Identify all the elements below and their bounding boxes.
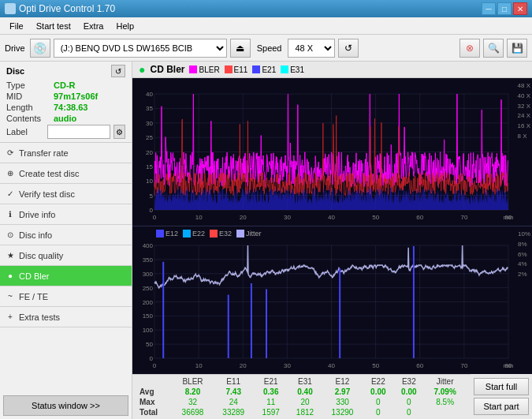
sidebar-item-extra-tests[interactable]: + Extra tests — [0, 307, 132, 327]
sidebar-item-fe-te[interactable]: ~ FE / TE — [0, 286, 132, 307]
stats-max-e21: 11 — [254, 397, 288, 407]
save-button[interactable]: 💾 — [507, 39, 527, 58]
start-part-button[interactable]: Start part — [474, 398, 529, 415]
legend2-label-e32: E32 — [219, 230, 232, 238]
speed-select[interactable]: 48 X — [288, 39, 335, 58]
legend2-e32: E32 — [210, 230, 232, 238]
disc-length-value: 74:38.63 — [54, 103, 87, 112]
stats-table: BLER E11 E21 E31 E12 E22 E32 Jitter — [137, 376, 466, 417]
stats-avg-bler: 8.20 — [173, 387, 214, 397]
stats-max-e31: 20 — [288, 397, 322, 407]
main-layout: Disc ↺ Type CD-R MID 97m17s06f Length 74… — [0, 62, 532, 419]
disc-refresh-button[interactable]: ↺ — [111, 65, 125, 77]
create-test-disc-icon: ⊕ — [5, 168, 16, 179]
sidebar-item-transfer-rate[interactable]: ⟳ Transfer rate — [0, 143, 132, 163]
y-axis-right-bottom: 10%8%6%4%2% — [518, 230, 530, 280]
disc-type-row: Type CD-R — [6, 80, 125, 90]
menu-start-test[interactable]: Start test — [30, 20, 77, 32]
disc-label-input[interactable] — [47, 125, 110, 139]
legend-label-e21: E21 — [262, 65, 276, 74]
sidebar-label-disc-quality: Disc quality — [19, 251, 63, 260]
stats-col-e32: E32 — [393, 376, 424, 387]
legend2-label-jitter: Jitter — [246, 230, 262, 238]
sidebar-item-disc-quality[interactable]: ★ Disc quality — [0, 245, 132, 266]
verify-test-disc-icon: ✓ — [5, 189, 16, 200]
menu-extra[interactable]: Extra — [77, 20, 110, 32]
menu-file[interactable]: File — [3, 20, 30, 32]
buttons-wrapper: Start full Start part — [471, 374, 532, 419]
app-title: Opti Drive Control 1.70 — [19, 3, 115, 14]
bler-chart: 48 X40 X32 X24 X16 X8 X — [132, 78, 532, 226]
legend-color-e21 — [252, 65, 260, 73]
menu-help[interactable]: Help — [110, 20, 140, 32]
sidebar-item-create-test-disc[interactable]: ⊕ Create test disc — [0, 163, 132, 184]
eject-button[interactable]: ⏏ — [230, 39, 251, 58]
status-window-button[interactable]: Status window >> — [3, 395, 128, 416]
cd-bler-icon: ● — [5, 271, 16, 282]
stats-area: BLER E11 E21 E31 E12 E22 E32 Jitter — [132, 374, 471, 419]
legend2-label-e22: E22 — [192, 230, 205, 238]
sidebar-item-cd-bler[interactable]: ● CD Bler — [0, 266, 132, 286]
sidebar-label-fe-te: FE / TE — [19, 292, 48, 301]
stats-max-e12: 330 — [322, 397, 363, 407]
cd-bler-chart-icon: ● — [139, 63, 145, 76]
stats-avg-e12: 2.97 — [322, 387, 363, 397]
y-axis-right-top: 48 X40 X32 X24 X16 X8 X — [518, 81, 530, 142]
stats-max-e32: 0 — [393, 397, 424, 407]
stats-max-label: Max — [137, 397, 173, 407]
bler-canvas — [132, 78, 532, 226]
transfer-rate-icon: ⟳ — [5, 148, 16, 159]
legend-e11: E11 — [225, 65, 248, 74]
stats-max-e11: 24 — [213, 397, 254, 407]
stats-total-e22: 0 — [363, 407, 393, 417]
disc-mid-label: MID — [6, 92, 54, 101]
fe-te-icon: ~ — [5, 291, 16, 302]
legend-label-e31: E31 — [290, 65, 304, 74]
stats-max-e22: 0 — [363, 397, 393, 407]
speed-label: Speed — [257, 43, 282, 53]
refresh-button[interactable]: ↺ — [338, 39, 359, 58]
sidebar-nav: ⟳ Transfer rate ⊕ Create test disc ✓ Ver… — [0, 143, 132, 419]
stats-avg-e22: 0.00 — [363, 387, 393, 397]
legend2-jitter: Jitter — [236, 230, 262, 238]
drive-select[interactable]: (J:) BENQ DVD LS DW1655 BCIB — [54, 39, 227, 58]
disc-label-settings-btn[interactable]: ⚙ — [113, 125, 125, 139]
jitter-canvas — [132, 226, 532, 374]
disc-contents-label: Contents — [6, 114, 54, 123]
minimize-button[interactable]: ─ — [482, 2, 496, 15]
legend-e21: E21 — [252, 65, 276, 74]
disc-length-row: Length 74:38.63 — [6, 103, 125, 112]
title-bar-left: Opti Drive Control 1.70 — [5, 3, 115, 14]
disc-info-icon: ⊙ — [5, 230, 16, 241]
stats-wrapper: BLER E11 E21 E31 E12 E22 E32 Jitter — [132, 374, 471, 419]
app-icon — [5, 3, 16, 14]
legend-color-e11 — [225, 65, 233, 73]
stats-col-e11: E11 — [213, 376, 254, 387]
stats-avg-e11: 7.43 — [213, 387, 254, 397]
start-full-button[interactable]: Start full — [474, 378, 529, 395]
maximize-button[interactable]: □ — [497, 2, 512, 15]
sidebar-item-drive-info[interactable]: ℹ Drive info — [0, 204, 132, 225]
sidebar-item-verify-test-disc[interactable]: ✓ Verify test disc — [0, 184, 132, 204]
stats-max-row: Max 32 24 11 20 330 0 0 8.5% — [137, 397, 466, 407]
legend-color-bler — [189, 65, 197, 73]
erase-button[interactable]: ⊗ — [459, 39, 480, 58]
close-button[interactable]: ✕ — [513, 2, 527, 15]
sidebar-item-disc-info[interactable]: ⊙ Disc info — [0, 225, 132, 245]
disc-mid-row: MID 97m17s06f — [6, 92, 125, 101]
stats-total-e21: 1597 — [254, 407, 288, 417]
stats-total-e11: 33289 — [213, 407, 254, 417]
chart2-legend: E12 E22 E32 Jitter — [156, 230, 262, 238]
drive-icon-btn[interactable]: 💿 — [30, 39, 50, 58]
stats-total-e31: 1812 — [288, 407, 322, 417]
legend2-color-e22 — [183, 230, 191, 238]
stats-avg-e32: 0.00 — [393, 387, 424, 397]
sidebar: Disc ↺ Type CD-R MID 97m17s06f Length 74… — [0, 62, 132, 419]
disc-panel-header: Disc ↺ — [6, 65, 125, 77]
menu-bar: File Start test Extra Help — [0, 17, 532, 35]
legend2-label-e12: E12 — [166, 230, 178, 238]
stats-total-row: Total 36698 33289 1597 1812 13290 0 0 — [137, 407, 466, 417]
info-button[interactable]: 🔍 — [483, 39, 504, 58]
disc-quality-icon: ★ — [5, 250, 16, 261]
legend2-color-jitter — [236, 230, 244, 238]
